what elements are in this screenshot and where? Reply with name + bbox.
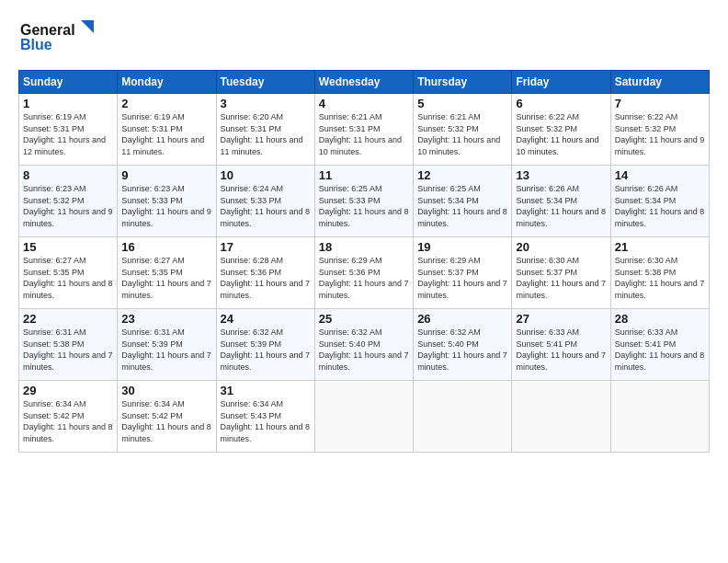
day-info: Sunrise: 6:25 AM Sunset: 5:33 PM Dayligh… [319, 183, 409, 229]
day-info: Sunrise: 6:33 AM Sunset: 5:41 PM Dayligh… [516, 327, 606, 373]
sunset-label: Sunset: 5:34 PM [417, 196, 479, 205]
calendar-cell: 19 Sunrise: 6:29 AM Sunset: 5:37 PM Dayl… [414, 237, 512, 309]
day-number: 18 [319, 240, 409, 254]
sunset-label: Sunset: 5:31 PM [319, 124, 381, 133]
calendar-cell [414, 381, 512, 453]
week-row-3: 15 Sunrise: 6:27 AM Sunset: 5:35 PM Dayl… [19, 237, 710, 309]
calendar-cell: 25 Sunrise: 6:32 AM Sunset: 5:40 PM Dayl… [314, 309, 413, 381]
day-number: 14 [615, 168, 705, 182]
sunrise-label: Sunrise: 6:21 AM [319, 112, 382, 121]
daylight-label: Daylight: 11 hours and 7 minutes. [417, 279, 507, 300]
calendar-cell: 22 Sunrise: 6:31 AM Sunset: 5:38 PM Dayl… [19, 309, 118, 381]
day-number: 13 [516, 168, 606, 182]
sunset-label: Sunset: 5:42 PM [23, 411, 85, 420]
calendar-cell: 11 Sunrise: 6:25 AM Sunset: 5:33 PM Dayl… [314, 166, 413, 237]
calendar-cell: 31 Sunrise: 6:34 AM Sunset: 5:43 PM Dayl… [216, 381, 314, 453]
day-number: 9 [121, 168, 211, 182]
sunrise-label: Sunrise: 6:21 AM [417, 112, 481, 121]
day-info: Sunrise: 6:33 AM Sunset: 5:41 PM Dayligh… [615, 327, 705, 373]
calendar-cell: 20 Sunrise: 6:30 AM Sunset: 5:37 PM Dayl… [512, 237, 610, 309]
calendar-cell: 10 Sunrise: 6:24 AM Sunset: 5:33 PM Dayl… [216, 166, 314, 237]
day-info: Sunrise: 6:30 AM Sunset: 5:37 PM Dayligh… [516, 255, 606, 301]
sunrise-label: Sunrise: 6:31 AM [23, 327, 86, 337]
sunrise-label: Sunrise: 6:22 AM [615, 112, 678, 121]
daylight-label: Daylight: 11 hours and 8 minutes. [516, 207, 606, 228]
sunrise-label: Sunrise: 6:32 AM [319, 327, 382, 337]
sunrise-label: Sunrise: 6:34 AM [121, 399, 185, 408]
calendar-cell: 1 Sunrise: 6:19 AM Sunset: 5:31 PM Dayli… [19, 94, 118, 166]
day-number: 27 [516, 312, 606, 326]
weekday-header-saturday: Saturday [610, 71, 709, 94]
sunrise-label: Sunrise: 6:26 AM [516, 184, 579, 193]
weekday-header-monday: Monday [118, 71, 216, 94]
day-info: Sunrise: 6:24 AM Sunset: 5:33 PM Dayligh… [221, 183, 311, 229]
sunset-label: Sunset: 5:35 PM [23, 268, 85, 277]
day-number: 23 [121, 312, 211, 326]
sunset-label: Sunset: 5:39 PM [221, 339, 282, 349]
calendar-cell: 5 Sunrise: 6:21 AM Sunset: 5:32 PM Dayli… [414, 94, 512, 166]
day-info: Sunrise: 6:30 AM Sunset: 5:38 PM Dayligh… [615, 255, 705, 301]
sunrise-label: Sunrise: 6:24 AM [221, 184, 284, 193]
day-number: 29 [23, 384, 113, 397]
calendar-cell: 23 Sunrise: 6:31 AM Sunset: 5:39 PM Dayl… [118, 309, 216, 381]
daylight-label: Daylight: 11 hours and 9 minutes. [121, 207, 211, 228]
daylight-label: Daylight: 11 hours and 8 minutes. [23, 279, 113, 300]
svg-text:Blue: Blue [20, 37, 52, 52]
week-row-4: 22 Sunrise: 6:31 AM Sunset: 5:38 PM Dayl… [19, 309, 710, 381]
sunset-label: Sunset: 5:43 PM [221, 411, 282, 420]
daylight-label: Daylight: 11 hours and 7 minutes. [516, 279, 606, 300]
day-info: Sunrise: 6:23 AM Sunset: 5:33 PM Dayligh… [121, 183, 211, 229]
daylight-label: Daylight: 11 hours and 9 minutes. [615, 135, 705, 156]
sunset-label: Sunset: 5:32 PM [615, 124, 677, 133]
daylight-label: Daylight: 11 hours and 7 minutes. [221, 350, 311, 372]
sunset-label: Sunset: 5:38 PM [615, 268, 677, 277]
day-number: 15 [23, 240, 113, 254]
sunset-label: Sunset: 5:36 PM [319, 268, 381, 277]
sunrise-label: Sunrise: 6:34 AM [221, 399, 284, 408]
sunset-label: Sunset: 5:31 PM [121, 124, 183, 133]
day-number: 4 [319, 97, 409, 110]
day-number: 28 [615, 312, 705, 326]
day-info: Sunrise: 6:26 AM Sunset: 5:34 PM Dayligh… [516, 183, 606, 229]
day-number: 3 [221, 97, 311, 110]
day-info: Sunrise: 6:32 AM Sunset: 5:40 PM Dayligh… [319, 327, 409, 373]
sunrise-label: Sunrise: 6:32 AM [221, 327, 284, 337]
daylight-label: Daylight: 11 hours and 7 minutes. [516, 350, 606, 372]
calendar-cell: 14 Sunrise: 6:26 AM Sunset: 5:34 PM Dayl… [610, 166, 709, 237]
daylight-label: Daylight: 11 hours and 8 minutes. [615, 350, 705, 372]
day-number: 17 [221, 240, 311, 254]
sunrise-label: Sunrise: 6:19 AM [23, 112, 86, 121]
sunset-label: Sunset: 5:34 PM [516, 196, 577, 205]
weekday-header-thursday: Thursday [414, 71, 512, 94]
day-number: 6 [516, 97, 606, 110]
sunrise-label: Sunrise: 6:25 AM [319, 184, 382, 193]
sunrise-label: Sunrise: 6:29 AM [417, 256, 481, 265]
day-number: 1 [23, 97, 113, 110]
calendar-cell: 24 Sunrise: 6:32 AM Sunset: 5:39 PM Dayl… [216, 309, 314, 381]
day-number: 21 [615, 240, 705, 254]
sunrise-label: Sunrise: 6:20 AM [221, 112, 284, 121]
day-info: Sunrise: 6:26 AM Sunset: 5:34 PM Dayligh… [615, 183, 705, 229]
sunrise-label: Sunrise: 6:31 AM [121, 327, 185, 337]
calendar-cell: 6 Sunrise: 6:22 AM Sunset: 5:32 PM Dayli… [512, 94, 610, 166]
sunrise-label: Sunrise: 6:25 AM [417, 184, 481, 193]
sunset-label: Sunset: 5:39 PM [121, 339, 183, 349]
svg-text:General: General [20, 22, 75, 38]
daylight-label: Daylight: 11 hours and 8 minutes. [615, 207, 705, 228]
sunset-label: Sunset: 5:32 PM [516, 124, 577, 133]
daylight-label: Daylight: 11 hours and 7 minutes. [615, 279, 705, 300]
day-info: Sunrise: 6:28 AM Sunset: 5:36 PM Dayligh… [221, 255, 311, 301]
day-number: 25 [319, 312, 409, 326]
day-number: 8 [23, 168, 113, 182]
day-number: 20 [516, 240, 606, 254]
weekday-header-friday: Friday [512, 71, 610, 94]
daylight-label: Daylight: 11 hours and 8 minutes. [121, 422, 211, 443]
weekday-header-sunday: Sunday [19, 71, 118, 94]
day-number: 31 [221, 384, 311, 397]
daylight-label: Daylight: 11 hours and 7 minutes. [121, 279, 211, 300]
daylight-label: Daylight: 11 hours and 10 minutes. [319, 135, 402, 156]
week-row-5: 29 Sunrise: 6:34 AM Sunset: 5:42 PM Dayl… [19, 381, 710, 453]
day-number: 22 [23, 312, 113, 326]
sunrise-label: Sunrise: 6:30 AM [516, 256, 579, 265]
day-info: Sunrise: 6:22 AM Sunset: 5:32 PM Dayligh… [615, 111, 705, 157]
